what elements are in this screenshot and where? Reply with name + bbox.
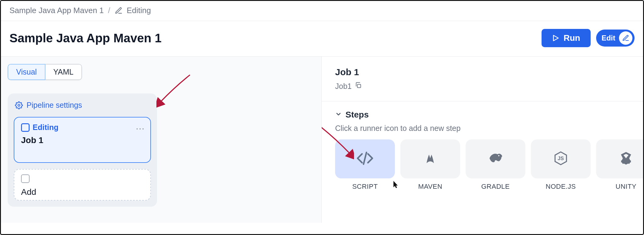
annotation-arrow-icon [322,124,354,163]
runner-unity-label: UNITY [616,183,637,191]
svg-text:JS: JS [558,156,564,161]
runner-list: SCRIPT MAVEN GRADLE [335,139,630,191]
header-actions: Run Edit [542,29,635,47]
annotation-arrow-icon [156,72,193,108]
breadcrumb-project[interactable]: Sample Java App Maven 1 [9,6,104,15]
tab-visual[interactable]: Visual [8,64,45,80]
page-header: Sample Java App Maven 1 Run Edit [1,21,643,57]
pipeline-settings-label: Pipeline settings [27,101,82,110]
runner-nodejs-label: NODE.JS [546,183,576,191]
unity-icon [618,151,634,167]
job-detail-subtitle: Job1 [335,82,630,91]
gear-icon [15,101,23,109]
runner-nodejs[interactable]: JS NODE.JS [531,139,591,191]
code-icon [356,149,374,168]
gradle-icon [488,150,503,167]
run-button[interactable]: Run [542,29,590,47]
svg-line-3 [363,153,367,164]
run-button-label: Run [564,33,580,43]
page-title: Sample Java App Maven 1 [9,31,162,45]
job-editing-badge: Editing [21,123,144,132]
job-card-name: Job 1 [21,135,144,145]
edit-toggle-label: Edit [602,34,615,42]
editor-mode-tabs: Visual YAML [8,64,82,80]
edit-toggle[interactable]: Edit [596,30,635,47]
pencil-icon [115,7,123,15]
copy-icon[interactable] [355,82,362,91]
steps-section-header[interactable]: Steps [335,110,630,120]
steps-label: Steps [345,110,369,120]
job-id: Job1 [335,82,352,91]
job-card[interactable]: Editing ··· Job 1 [14,117,151,163]
job-more-menu[interactable]: ··· [136,124,145,133]
right-panel: Job 1 Job1 Steps Click a runner icon to … [322,57,643,223]
square-icon [21,123,30,132]
runner-maven-label: MAVEN [418,183,442,191]
runner-maven[interactable]: MAVEN [400,139,460,191]
nodejs-icon: JS [553,151,568,167]
runner-gradle-label: GRADLE [481,183,510,191]
play-icon [552,34,559,42]
svg-rect-2 [357,84,361,88]
runner-unity[interactable]: UNITY [596,139,643,191]
pipeline-settings-link[interactable]: Pipeline settings [14,101,151,110]
left-panel: Visual YAML Pipeline settings Editing ··… [1,57,322,223]
svg-marker-0 [553,35,558,41]
tab-yaml[interactable]: YAML [45,64,82,80]
runner-gradle[interactable]: GRADLE [466,139,525,191]
chevron-down-icon [335,110,342,120]
pencil-icon [619,31,632,45]
content: Visual YAML Pipeline settings Editing ··… [1,57,643,223]
runner-script-label: SCRIPT [352,183,378,191]
add-job-card[interactable]: Add [14,169,151,201]
steps-hint: Click a runner icon to add a new step [335,124,630,133]
add-job-label: Add [21,187,144,197]
job-editing-label: Editing [33,123,59,132]
maven-icon [423,151,438,167]
pipeline-container: Pipeline settings Editing ··· Job 1 Add [8,93,157,207]
breadcrumb: Sample Java App Maven 1 / Editing [1,1,643,21]
job-detail-title: Job 1 [335,67,630,77]
breadcrumb-status: Editing [127,6,151,15]
svg-point-1 [18,104,20,106]
cursor-icon [391,180,399,190]
square-icon [21,174,30,183]
divider [322,101,643,101]
breadcrumb-separator: / [108,6,110,15]
